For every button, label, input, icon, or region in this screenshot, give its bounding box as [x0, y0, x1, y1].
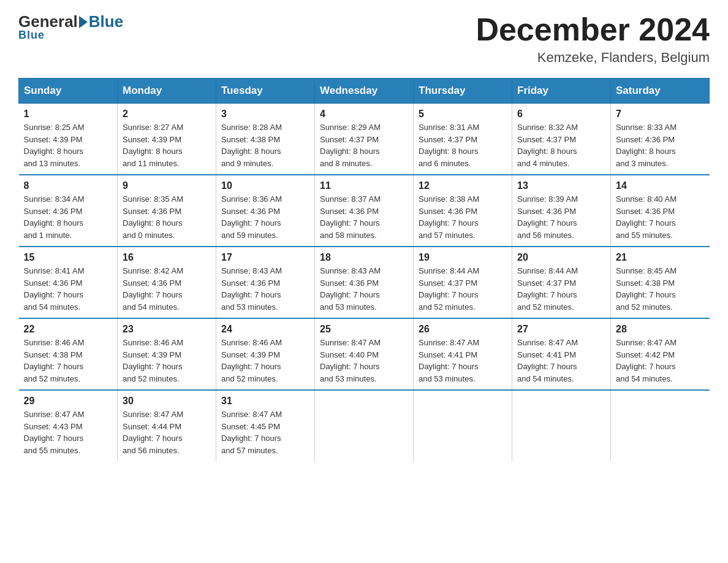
- calendar-cell: 20Sunrise: 8:44 AM Sunset: 4:37 PM Dayli…: [512, 247, 611, 318]
- calendar-cell: 18Sunrise: 8:43 AM Sunset: 4:36 PM Dayli…: [315, 247, 414, 318]
- day-info: Sunrise: 8:32 AM Sunset: 4:37 PM Dayligh…: [517, 121, 605, 169]
- header: General Blue Blue December 2024 Kemzeke,…: [18, 12, 710, 66]
- day-info: Sunrise: 8:38 AM Sunset: 4:36 PM Dayligh…: [419, 193, 507, 241]
- week-row-5: 29Sunrise: 8:47 AM Sunset: 4:43 PM Dayli…: [19, 390, 710, 461]
- calendar-cell: 21Sunrise: 8:45 AM Sunset: 4:38 PM Dayli…: [611, 247, 710, 318]
- day-info: Sunrise: 8:37 AM Sunset: 4:36 PM Dayligh…: [320, 193, 408, 241]
- calendar-cell: 27Sunrise: 8:47 AM Sunset: 4:41 PM Dayli…: [512, 318, 611, 390]
- header-wednesday: Wednesday: [315, 79, 414, 104]
- calendar-cell: 8Sunrise: 8:34 AM Sunset: 4:36 PM Daylig…: [19, 175, 118, 247]
- header-tuesday: Tuesday: [216, 79, 315, 104]
- day-number: 2: [123, 109, 211, 120]
- day-info: Sunrise: 8:45 AM Sunset: 4:38 PM Dayligh…: [616, 265, 705, 313]
- day-number: 24: [221, 324, 309, 335]
- day-number: 19: [419, 252, 507, 263]
- calendar-cell: 9Sunrise: 8:35 AM Sunset: 4:36 PM Daylig…: [118, 175, 216, 247]
- calendar-cell: 5Sunrise: 8:31 AM Sunset: 4:37 PM Daylig…: [414, 104, 512, 175]
- day-info: Sunrise: 8:36 AM Sunset: 4:36 PM Dayligh…: [221, 193, 309, 241]
- calendar-cell: 26Sunrise: 8:47 AM Sunset: 4:41 PM Dayli…: [414, 318, 512, 390]
- day-info: Sunrise: 8:31 AM Sunset: 4:37 PM Dayligh…: [419, 121, 507, 169]
- calendar-cell: 3Sunrise: 8:28 AM Sunset: 4:38 PM Daylig…: [216, 104, 315, 175]
- location: Kemzeke, Flanders, Belgium: [476, 50, 710, 66]
- logo-underline: Blue: [18, 29, 45, 42]
- day-number: 8: [24, 180, 113, 191]
- week-row-3: 15Sunrise: 8:41 AM Sunset: 4:36 PM Dayli…: [19, 247, 710, 318]
- calendar-cell: 22Sunrise: 8:46 AM Sunset: 4:38 PM Dayli…: [19, 318, 118, 390]
- day-number: 29: [24, 396, 113, 407]
- day-number: 5: [419, 109, 507, 120]
- day-number: 26: [419, 324, 507, 335]
- day-info: Sunrise: 8:41 AM Sunset: 4:36 PM Dayligh…: [24, 265, 113, 313]
- calendar-table: SundayMondayTuesdayWednesdayThursdayFrid…: [18, 78, 710, 461]
- day-number: 22: [24, 324, 113, 335]
- calendar-cell: [611, 390, 710, 461]
- calendar-cell: 13Sunrise: 8:39 AM Sunset: 4:36 PM Dayli…: [512, 175, 611, 247]
- day-info: Sunrise: 8:28 AM Sunset: 4:38 PM Dayligh…: [221, 121, 309, 169]
- calendar-cell: 2Sunrise: 8:27 AM Sunset: 4:39 PM Daylig…: [118, 104, 216, 175]
- day-info: Sunrise: 8:47 AM Sunset: 4:40 PM Dayligh…: [320, 337, 408, 385]
- day-info: Sunrise: 8:47 AM Sunset: 4:45 PM Dayligh…: [221, 408, 309, 456]
- header-friday: Friday: [512, 79, 611, 104]
- day-number: 25: [320, 324, 408, 335]
- calendar-cell: 11Sunrise: 8:37 AM Sunset: 4:36 PM Dayli…: [315, 175, 414, 247]
- day-info: Sunrise: 8:34 AM Sunset: 4:36 PM Dayligh…: [24, 193, 113, 241]
- calendar-cell: 6Sunrise: 8:32 AM Sunset: 4:37 PM Daylig…: [512, 104, 611, 175]
- day-number: 7: [616, 109, 705, 120]
- day-number: 6: [517, 109, 605, 120]
- calendar-cell: 12Sunrise: 8:38 AM Sunset: 4:36 PM Dayli…: [414, 175, 512, 247]
- day-number: 13: [517, 180, 605, 191]
- day-number: 20: [517, 252, 605, 263]
- calendar-cell: 31Sunrise: 8:47 AM Sunset: 4:45 PM Dayli…: [216, 390, 315, 461]
- day-info: Sunrise: 8:29 AM Sunset: 4:37 PM Dayligh…: [320, 121, 408, 169]
- calendar-cell: 28Sunrise: 8:47 AM Sunset: 4:42 PM Dayli…: [611, 318, 710, 390]
- title-area: December 2024 Kemzeke, Flanders, Belgium: [476, 12, 710, 66]
- day-info: Sunrise: 8:33 AM Sunset: 4:36 PM Dayligh…: [616, 121, 705, 169]
- day-number: 23: [123, 324, 211, 335]
- day-number: 11: [320, 180, 408, 191]
- day-info: Sunrise: 8:46 AM Sunset: 4:38 PM Dayligh…: [24, 337, 113, 385]
- day-number: 9: [123, 180, 211, 191]
- logo-blue-text: Blue: [89, 12, 123, 31]
- week-row-2: 8Sunrise: 8:34 AM Sunset: 4:36 PM Daylig…: [19, 175, 710, 247]
- day-info: Sunrise: 8:47 AM Sunset: 4:41 PM Dayligh…: [517, 337, 605, 385]
- day-info: Sunrise: 8:46 AM Sunset: 4:39 PM Dayligh…: [221, 337, 309, 385]
- day-info: Sunrise: 8:47 AM Sunset: 4:41 PM Dayligh…: [419, 337, 507, 385]
- calendar-cell: [414, 390, 512, 461]
- calendar-cell: 10Sunrise: 8:36 AM Sunset: 4:36 PM Dayli…: [216, 175, 315, 247]
- day-number: 14: [616, 180, 705, 191]
- calendar-cell: 7Sunrise: 8:33 AM Sunset: 4:36 PM Daylig…: [611, 104, 710, 175]
- calendar-cell: 29Sunrise: 8:47 AM Sunset: 4:43 PM Dayli…: [19, 390, 118, 461]
- day-number: 16: [123, 252, 211, 263]
- month-title: December 2024: [476, 12, 710, 47]
- calendar-cell: 15Sunrise: 8:41 AM Sunset: 4:36 PM Dayli…: [19, 247, 118, 318]
- day-number: 28: [616, 324, 705, 335]
- day-number: 27: [517, 324, 605, 335]
- day-number: 1: [24, 109, 113, 120]
- day-number: 15: [24, 252, 113, 263]
- day-number: 30: [123, 396, 211, 407]
- day-info: Sunrise: 8:46 AM Sunset: 4:39 PM Dayligh…: [123, 337, 211, 385]
- day-info: Sunrise: 8:43 AM Sunset: 4:36 PM Dayligh…: [320, 265, 408, 313]
- header-monday: Monday: [118, 79, 216, 104]
- calendar-cell: [512, 390, 611, 461]
- calendar-header-row: SundayMondayTuesdayWednesdayThursdayFrid…: [19, 79, 710, 104]
- day-info: Sunrise: 8:40 AM Sunset: 4:36 PM Dayligh…: [616, 193, 705, 241]
- calendar-cell: 19Sunrise: 8:44 AM Sunset: 4:37 PM Dayli…: [414, 247, 512, 318]
- day-info: Sunrise: 8:27 AM Sunset: 4:39 PM Dayligh…: [123, 121, 211, 169]
- header-sunday: Sunday: [19, 79, 118, 104]
- week-row-4: 22Sunrise: 8:46 AM Sunset: 4:38 PM Dayli…: [19, 318, 710, 390]
- calendar-cell: 23Sunrise: 8:46 AM Sunset: 4:39 PM Dayli…: [118, 318, 216, 390]
- calendar-cell: 24Sunrise: 8:46 AM Sunset: 4:39 PM Dayli…: [216, 318, 315, 390]
- day-info: Sunrise: 8:39 AM Sunset: 4:36 PM Dayligh…: [517, 193, 605, 241]
- day-info: Sunrise: 8:47 AM Sunset: 4:43 PM Dayligh…: [24, 408, 113, 456]
- day-number: 31: [221, 396, 309, 407]
- calendar-body: 1Sunrise: 8:25 AM Sunset: 4:39 PM Daylig…: [19, 104, 710, 462]
- day-info: Sunrise: 8:42 AM Sunset: 4:36 PM Dayligh…: [123, 265, 211, 313]
- day-number: 4: [320, 109, 408, 120]
- day-number: 10: [221, 180, 309, 191]
- week-row-1: 1Sunrise: 8:25 AM Sunset: 4:39 PM Daylig…: [19, 104, 710, 175]
- calendar-cell: 14Sunrise: 8:40 AM Sunset: 4:36 PM Dayli…: [611, 175, 710, 247]
- day-info: Sunrise: 8:47 AM Sunset: 4:44 PM Dayligh…: [123, 408, 211, 456]
- day-info: Sunrise: 8:44 AM Sunset: 4:37 PM Dayligh…: [517, 265, 605, 313]
- calendar-cell: 1Sunrise: 8:25 AM Sunset: 4:39 PM Daylig…: [19, 104, 118, 175]
